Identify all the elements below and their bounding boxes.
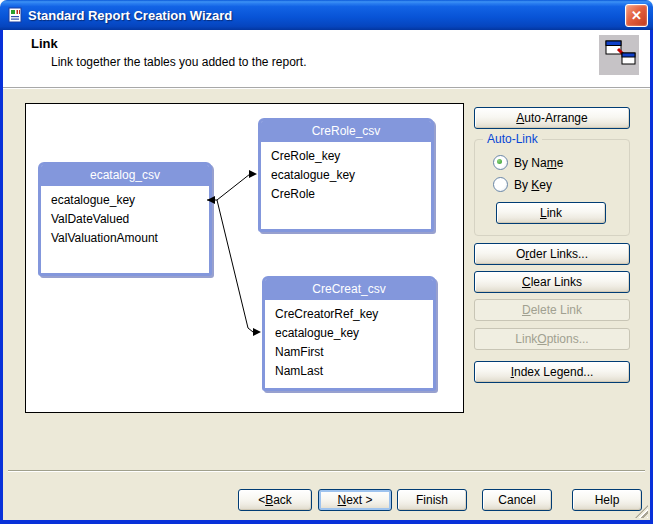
auto-link-group: Auto-Link By Name By Key Link <box>474 139 630 236</box>
table-crerole-csv[interactable]: CreRole_csv CreRole_key ecatalogue_key C… <box>258 118 434 232</box>
footer-separator <box>8 470 645 471</box>
link-button[interactable]: Link <box>496 202 606 224</box>
field-item[interactable]: CreRole <box>271 185 427 204</box>
titlebar[interactable]: Standard Report Creation Wizard ✕ <box>0 0 653 30</box>
finish-button[interactable]: Finish <box>397 489 467 511</box>
table-title: CreRole_csv <box>261 121 431 142</box>
table-title: CreCreat_csv <box>265 279 433 300</box>
window-border-bottom <box>0 520 653 524</box>
clear-links-button[interactable]: Clear Links <box>474 271 630 293</box>
field-item[interactable]: ecatalogue_key <box>51 191 205 210</box>
close-icon: ✕ <box>631 9 642 22</box>
table-crecreat-csv[interactable]: CreCreat_csv CreCreatorRef_key ecatalogu… <box>262 276 436 391</box>
window-border-left <box>0 28 3 524</box>
order-links-button[interactable]: Order Links... <box>474 243 630 265</box>
link-tables-icon <box>599 35 639 75</box>
field-item[interactable]: CreRole_key <box>271 147 427 166</box>
radio-by-key[interactable]: By Key <box>493 177 552 192</box>
radio-button-icon <box>493 177 508 192</box>
field-item[interactable]: NamLast <box>275 362 429 381</box>
auto-link-group-label: Auto-Link <box>483 132 542 146</box>
index-legend-button[interactable]: Index Legend... <box>474 361 630 383</box>
link-options-button: Link Options... <box>474 328 630 350</box>
field-item[interactable]: NamFirst <box>275 343 429 362</box>
close-button[interactable]: ✕ <box>625 4 648 27</box>
wizard-dialog: Standard Report Creation Wizard ✕ Link L… <box>0 0 653 524</box>
field-item[interactable]: CreCreatorRef_key <box>275 305 429 324</box>
field-item[interactable]: ValValuationAmount <box>51 229 205 248</box>
radio-by-key-label: By Key <box>514 178 552 192</box>
back-button[interactable]: < Back <box>238 489 312 511</box>
page-subtitle: Link together the tables you added to th… <box>51 55 307 69</box>
radio-by-name[interactable]: By Name <box>493 155 563 170</box>
wizard-header: Link Link together the tables you added … <box>3 30 650 88</box>
field-item[interactable]: ecatalogue_key <box>275 324 429 343</box>
next-button[interactable]: Next > <box>318 489 392 511</box>
page-title: Link <box>31 36 58 51</box>
radio-button-icon <box>493 155 508 170</box>
field-item[interactable]: ValDateValued <box>51 210 205 229</box>
help-button[interactable]: Help <box>572 489 642 511</box>
auto-arrange-button[interactable]: Auto-Arrange <box>474 107 630 129</box>
radio-by-name-label: By Name <box>514 156 563 170</box>
report-icon <box>7 7 23 23</box>
table-ecatalog-csv[interactable]: ecatalog_csv ecatalogue_key ValDateValue… <box>38 162 212 276</box>
window-title: Standard Report Creation Wizard <box>28 8 232 23</box>
table-title: ecatalog_csv <box>41 165 209 186</box>
delete-link-button: Delete Link <box>474 299 630 321</box>
cancel-button[interactable]: Cancel <box>482 489 552 511</box>
link-canvas: ecatalog_csv ecatalogue_key ValDateValue… <box>25 103 464 413</box>
field-item[interactable]: ecatalogue_key <box>271 166 427 185</box>
